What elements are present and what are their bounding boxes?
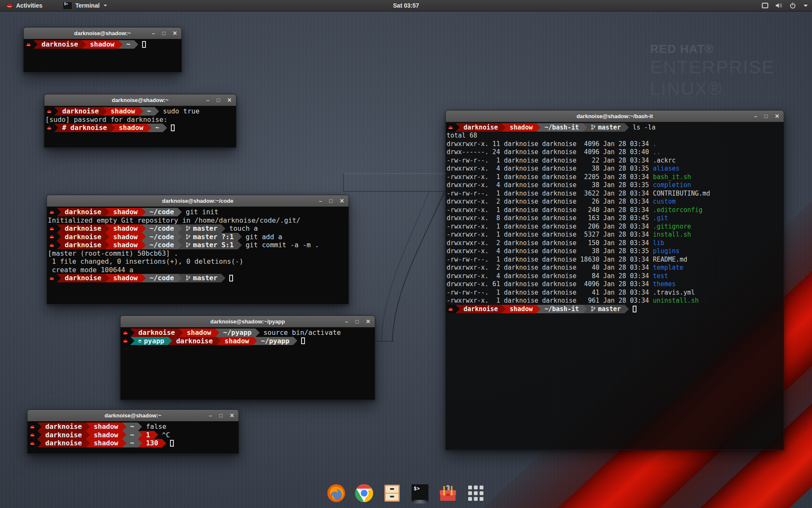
prompt-segment-text: shadow [94,439,118,447]
redhat-prompt-icon [447,305,455,313]
prompt-segment-text: ~/pyapp [223,329,252,337]
prompt-segment-host: shadow [110,224,142,233]
ls-filename: custom [653,198,676,205]
titlebar[interactable]: darknoise@shadow:~/code – □ ✕ [47,195,348,207]
powerline-arrow [502,123,506,132]
close-button[interactable]: ✕ [340,195,344,207]
powerline-arrow [178,233,182,241]
terminal-prompt-line: darknoiseshadow~/codemaster [48,274,348,282]
system-status-area[interactable] [762,0,808,11]
powerline-arrow [583,123,587,132]
titlebar[interactable]: darknoise@shadow:~/bash-it – □ ✕ [446,110,784,122]
powerline-arrow [215,329,219,337]
terminal-content[interactable]: darknoiseshadow~ [24,39,181,72]
prompt-segment-text: shadow [510,124,532,131]
ls-attributes: -rwxrwxr-x. 1 darknoise darknoise 2205 J… [447,173,653,181]
terminal-output-line: create mode 100644 a [48,266,348,274]
minimize-button[interactable]: – [209,410,212,421]
terminal-content[interactable]: darknoiseshadow~falsedarknoiseshadow~1^C… [27,421,239,453]
running-app-glow [408,500,432,507]
minimize-button[interactable]: – [345,316,348,327]
powerline-arrow [238,241,242,249]
powerline-arrow [455,305,460,313]
terminal-content[interactable]: darknoiseshadow~sudo true[sudo] password… [44,106,236,147]
terminal-content[interactable]: darknoiseshadow~/pyappsource bin/activat… [121,327,375,400]
minimize-button[interactable]: – [319,195,322,207]
maximize-button[interactable]: □ [764,110,768,122]
terminal-content[interactable]: darknoiseshadow~/bash-itmasterls -latota… [446,122,784,450]
command-text: false [146,422,166,431]
window-title: darknoise@shadow:~/bash-it [446,110,784,122]
prompt-segment-user: darknoise [172,337,217,345]
powerline-arrow [238,233,242,241]
close-button[interactable]: ✕ [227,94,232,106]
powerline-arrow [455,123,460,132]
close-button[interactable]: ✕ [366,316,370,327]
close-button[interactable]: ✕ [173,28,177,39]
ls-filename: .travis.yml [653,289,695,296]
titlebar[interactable]: darknoise@shadow:~ – □ ✕ [24,28,181,39]
terminal-window-sudo[interactable]: darknoise@shadow:~ – □ ✕ darknoiseshadow… [44,94,236,148]
prompt-segment-text: shadow [94,431,118,439]
window-title: darknoise@shadow:~/pyapp [121,316,375,327]
maximize-button[interactable]: □ [162,28,165,39]
app-menu-label: Terminal [75,2,99,9]
prompt-segment-text: shadow [111,107,135,115]
git-branch-icon [591,306,595,312]
minimize-button[interactable]: – [754,110,757,122]
firefox-icon[interactable] [326,483,346,503]
prompt-segment-git: master [182,274,221,282]
command-text: sudo true [163,107,200,115]
ls-output-line: -rw-rw-r--. 1 darknoise darknoise 22 Jan… [447,156,783,165]
ls-output-line: drwxrwxr-x. 2 darknoise darknoise 26 Jan… [447,198,783,206]
ls-output-line: -rwxrwxr-x. 1 darknoise darknoise 206 Ja… [447,222,783,231]
prompt-segment-text: ~ [126,40,131,48]
maximize-button[interactable]: □ [329,195,332,207]
ls-attributes: drwxrwxr-x. 8 darknoise darknoise 163 Ja… [447,214,653,222]
powerline-arrow [122,431,126,439]
clock[interactable]: Sat 03:57 [393,0,419,11]
terminal-window-code[interactable]: darknoise@shadow:~/code – □ ✕ darknoises… [47,195,349,304]
powerline-arrow [255,329,260,337]
files-icon[interactable] [382,483,402,503]
terminal-window-pyapp[interactable]: darknoise@shadow:~/pyapp – □ ✕ darknoise… [120,315,375,400]
titlebar[interactable]: darknoise@shadow:~/pyapp – □ ✕ [121,316,375,328]
git-branch-icon [186,226,190,231]
app-menu-terminal[interactable]: $> Terminal [60,0,109,11]
prompt-segment-text: master [598,305,621,313]
activities-button[interactable]: Activities [3,0,45,11]
titlebar[interactable]: darknoise@shadow:~ – □ ✕ [27,410,239,422]
ls-output-line: drwxrwxr-x. 2 darknoise darknoise 40 Jan… [447,264,783,272]
git-branch-icon [186,275,190,281]
terminal-window-home-2[interactable]: darknoise@shadow:~ – □ ✕ darknoiseshadow… [27,409,239,454]
toolbox-icon[interactable] [438,483,458,503]
command-text: git add a [246,233,283,241]
prompt-segment-user: darknoise [41,431,86,439]
close-button[interactable]: ✕ [775,110,779,122]
terminal-cursor [229,275,233,282]
minimize-button[interactable]: – [206,94,209,106]
prompt-segment-text: ~/code [150,224,174,232]
maximize-button[interactable]: □ [217,94,220,106]
maximize-button[interactable]: □ [219,410,222,421]
app-grid-icon[interactable] [466,483,486,503]
maximize-button[interactable]: □ [355,316,359,327]
terminal-content[interactable]: darknoiseshadow~/codegit initInitialized… [47,207,348,304]
powerline-arrow [130,337,134,345]
prompt-segment-host: shadow [221,337,253,345]
prompt-segment-text: ~/code [150,208,174,216]
titlebar[interactable]: darknoise@shadow:~ – □ ✕ [44,94,236,106]
powerline-arrow [86,439,90,447]
terminal-window-home-1[interactable]: darknoise@shadow:~ – □ ✕ darknoiseshadow… [23,27,182,72]
prompt-segment-path: ~/bash-it [540,123,582,132]
minimize-button[interactable]: – [152,28,155,39]
close-button[interactable]: ✕ [230,410,234,421]
git-branch-icon [591,124,595,130]
prompt-segment-path: ~/pyapp [219,329,255,337]
chrome-icon[interactable] [354,483,374,503]
terminal-prompt-line: darknoiseshadow~1^C [28,431,238,439]
ls-output-line: -rwxrwxr-x. 1 darknoise darknoise 240 Ja… [447,206,783,214]
terminal-window-bash-it[interactable]: darknoise@shadow:~/bash-it – □ ✕ darknoi… [445,110,784,450]
terminal-icon[interactable]: $> [410,483,430,503]
powerline-arrow [625,123,629,132]
